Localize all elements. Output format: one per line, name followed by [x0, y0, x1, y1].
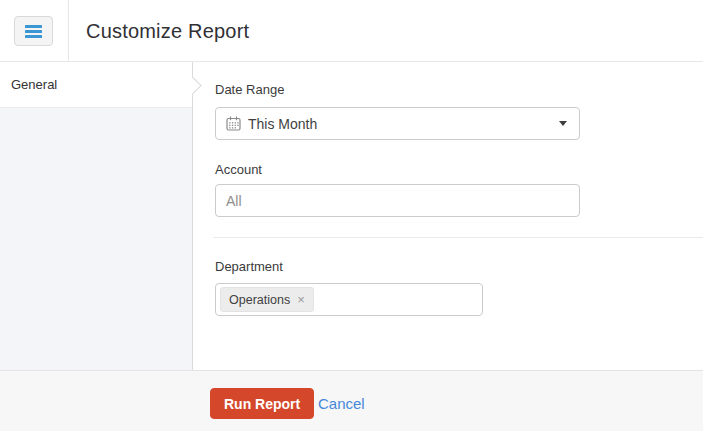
- menu-button[interactable]: [14, 16, 53, 46]
- hamburger-bar: [25, 35, 42, 38]
- department-tag-label: Operations: [229, 293, 290, 307]
- footer: Run Report Cancel: [0, 370, 703, 431]
- hamburger-bar: [25, 25, 42, 28]
- department-input[interactable]: Operations ×: [215, 283, 483, 316]
- sidebar: General: [0, 62, 192, 370]
- header: Customize Report: [0, 0, 703, 62]
- remove-icon[interactable]: ×: [297, 293, 305, 306]
- chevron-down-icon: [559, 121, 567, 126]
- page-title: Customize Report: [86, 0, 249, 62]
- date-range-value: This Month: [248, 116, 559, 132]
- account-label: Account: [215, 162, 262, 177]
- date-range-select[interactable]: This Month: [215, 107, 580, 140]
- date-range-label: Date Range: [215, 82, 284, 97]
- hamburger-bar: [25, 30, 42, 33]
- menu-button-container: [0, 0, 69, 62]
- department-tag: Operations ×: [220, 287, 314, 312]
- sidebar-item-label: General: [11, 77, 57, 92]
- account-input[interactable]: All: [215, 184, 580, 217]
- sidebar-divider: [192, 62, 193, 370]
- run-report-button[interactable]: Run Report: [210, 388, 314, 419]
- customize-report-page: Customize Report General Date Range: [0, 0, 703, 431]
- sidebar-item-general[interactable]: General: [0, 62, 192, 108]
- hamburger-icon: [25, 25, 42, 38]
- cancel-link[interactable]: Cancel: [318, 388, 365, 419]
- account-value: All: [226, 193, 242, 209]
- department-label: Department: [215, 259, 283, 274]
- main-content: Date Range This Month Account All: [193, 62, 703, 370]
- section-divider: [213, 237, 703, 238]
- calendar-icon: [226, 116, 241, 131]
